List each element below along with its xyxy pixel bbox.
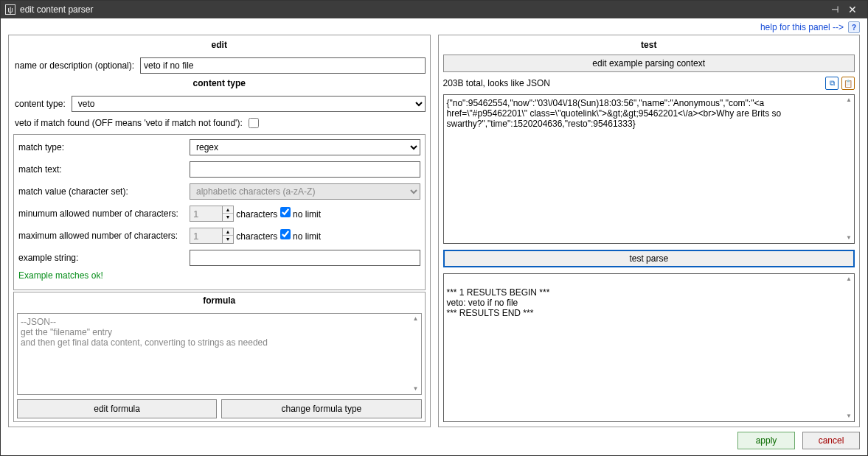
scroll-up-icon[interactable]: ▲	[412, 315, 420, 323]
window-title: edit content parser	[20, 4, 93, 15]
sample-info: 203B total, looks like JSON	[443, 78, 823, 88]
test-parse-button[interactable]: test parse	[443, 250, 855, 267]
app-icon: ψ	[5, 4, 15, 15]
formula-text: --JSON-- get the "filename" entry and th…	[17, 313, 422, 395]
min-no-limit-checkbox[interactable]	[280, 207, 291, 217]
max-chars-label: maximum allowed number of characters:	[18, 231, 190, 241]
max-no-limit-checkbox[interactable]	[280, 229, 291, 239]
veto-label: veto if match found (OFF means 'veto if …	[13, 118, 244, 128]
scroll-up-icon[interactable]: ▲	[845, 276, 853, 283]
apply-button[interactable]: apply	[737, 432, 795, 449]
example-ok-message: Example matches ok!	[18, 270, 420, 281]
edit-formula-button[interactable]: edit formula	[17, 399, 217, 418]
close-icon[interactable]: ✕	[842, 4, 863, 15]
test-section-title: test	[443, 40, 855, 50]
results-content: *** 1 RESULTS BEGIN *** veto: veto if no…	[447, 287, 550, 318]
example-string-label: example string:	[18, 253, 190, 263]
pin-icon[interactable]: ⊣	[827, 4, 842, 15]
scroll-down-icon[interactable]: ▼	[845, 234, 853, 242]
edit-section-title: edit	[13, 40, 426, 50]
max-chars-suffix: characters	[236, 231, 277, 242]
match-type-label: match type:	[18, 142, 190, 152]
change-formula-type-button[interactable]: change formula type	[221, 399, 421, 418]
paste-icon[interactable]: 📋	[841, 77, 855, 90]
max-chars-stepper[interactable]: ▲▼	[223, 228, 234, 244]
help-icon[interactable]: ?	[848, 21, 860, 33]
min-chars-stepper[interactable]: ▲▼	[223, 206, 234, 222]
match-type-select[interactable]: regex	[190, 139, 420, 155]
max-chars-input	[190, 228, 223, 244]
match-text-input[interactable]	[190, 161, 420, 178]
content-type-select[interactable]: veto	[72, 96, 426, 112]
content-type-label: content type:	[13, 99, 67, 109]
help-row: help for this panel --> ?	[1, 18, 867, 35]
help-link[interactable]: help for this panel -->	[760, 22, 844, 32]
match-text-label: match text:	[18, 164, 190, 175]
sample-text-area[interactable]: {"no":95462554,"now":"03\/04\/18(Sun)18:…	[443, 94, 855, 244]
name-input[interactable]	[140, 57, 425, 74]
copy-icon[interactable]: ⧉	[825, 77, 839, 90]
scroll-down-icon[interactable]: ▼	[412, 385, 420, 393]
formula-content: --JSON-- get the "filename" entry and th…	[21, 317, 268, 348]
content-type-section-title: content type	[13, 78, 426, 88]
edit-example-context-button[interactable]: edit example parsing context	[443, 55, 855, 72]
min-no-limit-label: no limit	[293, 209, 321, 220]
max-no-limit-label: no limit	[293, 231, 321, 242]
cancel-button[interactable]: cancel	[802, 432, 860, 449]
formula-section-title: formula	[14, 295, 425, 306]
veto-checkbox[interactable]	[249, 118, 259, 128]
example-string-input[interactable]	[190, 250, 420, 266]
titlebar: ψ edit content parser ⊣ ✕	[1, 1, 867, 18]
results-area[interactable]: *** 1 RESULTS BEGIN *** veto: veto if no…	[443, 273, 855, 423]
sample-text-content: {"no":95462554,"now":"03\/04\/18(Sun)18:…	[447, 98, 782, 129]
name-label: name or description (optional):	[13, 60, 136, 71]
match-value-label: match value (character set):	[18, 186, 190, 197]
min-chars-suffix: characters	[236, 209, 277, 220]
min-chars-input	[190, 206, 223, 222]
match-value-select: alphabetic characters (a-zA-Z)	[190, 183, 420, 200]
footer: apply cancel	[1, 432, 867, 455]
min-chars-label: minumum allowed number of characters:	[18, 208, 190, 219]
scroll-up-icon[interactable]: ▲	[845, 97, 853, 104]
scroll-down-icon[interactable]: ▼	[845, 413, 853, 420]
